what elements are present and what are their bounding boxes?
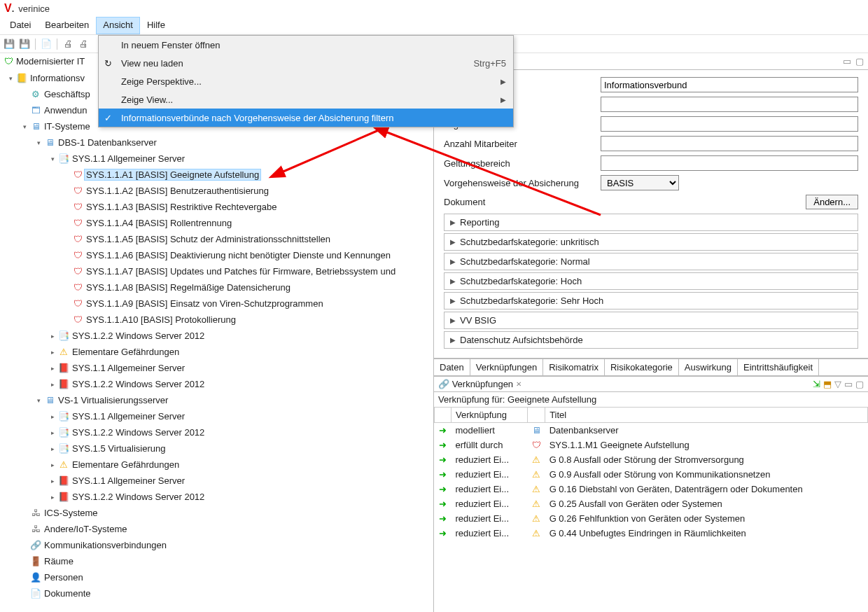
tree-row[interactable]: ▸📕SYS.1.1 Allgemeiner Server <box>1 360 433 376</box>
save-icon[interactable]: 💾 <box>3 38 15 50</box>
bottom-tab[interactable]: Auswirkung <box>679 359 738 375</box>
accordion-header[interactable]: ▶Schutzbedarfskategorie: Sehr Hoch <box>444 292 858 310</box>
maximize-icon[interactable]: ▢ <box>855 56 864 67</box>
menu-ansicht[interactable]: Ansicht <box>96 17 140 34</box>
tree-row[interactable]: ▸⚠Elementare Gefährdungen <box>1 457 433 473</box>
link-row[interactable]: ➜modelliert🖥Datenbankserver <box>435 423 868 438</box>
tree[interactable]: ▾📒Informationsv⚙Geschäftsp🗔Anwendun▾🖥IT-… <box>0 69 433 612</box>
accordion-header[interactable]: ▶Schutzbedarfskategorie: unkritisch <box>444 233 858 251</box>
tree-twisty[interactable]: ▸ <box>48 413 57 420</box>
link-row[interactable]: ➜erfüllt durch🛡SYS.1.1.M1 Geeignete Aufs… <box>435 438 868 452</box>
tree-twisty[interactable]: ▸ <box>48 365 57 372</box>
tree-twisty[interactable]: ▸ <box>48 349 57 356</box>
tree-twisty[interactable]: ▾ <box>34 139 43 146</box>
tree-row[interactable]: ▸⚠Elementare Gefährdungen <box>1 344 433 360</box>
bottom-tab[interactable]: Daten <box>434 359 470 375</box>
tree-twisty[interactable]: ▾ <box>48 155 57 162</box>
tree-twisty[interactable]: ▸ <box>48 478 57 485</box>
menu-hilfe[interactable]: Hilfe <box>140 17 172 34</box>
aendern-button[interactable]: Ändern... <box>806 195 858 209</box>
ansicht-menu[interactable]: In neuem Fenster öffnen↻View neu ladenSt… <box>98 35 514 127</box>
tree-twisty[interactable]: ▾ <box>6 75 15 82</box>
tree-twisty[interactable]: ▸ <box>48 429 57 436</box>
bottom-tab[interactable]: Risikomatrix <box>543 359 605 375</box>
accordion-header[interactable]: ▶VV BSIG <box>444 312 858 329</box>
tree-twisty[interactable]: ▾ <box>34 397 43 404</box>
menu-bearbeiten[interactable]: Bearbeiten <box>38 17 96 34</box>
tree-row[interactable]: 🛡SYS.1.1.A7 [BASIS] Updates und Patches … <box>1 263 433 279</box>
tree-row[interactable]: 🛡SYS.1.1.A2 [BASIS] Benutzerauthentisier… <box>1 183 433 199</box>
print2-icon[interactable]: 🖨 <box>77 38 90 50</box>
geltung-input[interactable] <box>601 155 858 171</box>
tree-twisty[interactable]: ▸ <box>48 461 57 468</box>
save-all-icon[interactable]: 💾 <box>18 38 31 50</box>
link-col-header[interactable] <box>528 408 545 423</box>
titel-input[interactable] <box>601 77 858 92</box>
tree-row[interactable]: 🛡SYS.1.1.A1 [BASIS] Geeignete Aufstellun… <box>1 167 433 183</box>
tree-twisty[interactable]: ▸ <box>48 445 57 452</box>
menu-item[interactable]: ↻View neu ladenStrg+F5 <box>99 54 513 72</box>
tree-row[interactable]: 📄Dokumente <box>1 585 433 601</box>
bottom-tab[interactable]: Verknüpfungen <box>470 359 543 375</box>
tree-row[interactable]: 🖧Andere/IoT-Systeme <box>1 521 433 537</box>
tags-input[interactable] <box>601 116 858 132</box>
doc-icon[interactable]: 📄 <box>40 38 52 50</box>
tree-row[interactable]: 👤Personen <box>1 569 433 585</box>
tree-row[interactable]: 🚪Räume <box>1 553 433 569</box>
bottom-tab[interactable]: Risikokategorie <box>605 359 679 375</box>
link-row[interactable]: ➜reduziert Ei...⚠G 0.9 Ausfall oder Stör… <box>435 467 868 482</box>
tree-row[interactable]: 🛡SYS.1.1.A8 [BASIS] Regelmäßige Datensic… <box>1 279 433 295</box>
tree-row[interactable]: ▸📑SYS.1.5 Virtualisierung <box>1 440 433 457</box>
tree-row[interactable]: ▾🖥DBS-1 Datenbankserver <box>1 134 433 151</box>
expand-icon[interactable]: ⇲ <box>813 379 820 389</box>
link-col-header[interactable]: Titel <box>545 408 868 423</box>
close-icon[interactable]: ✕ <box>516 380 522 388</box>
minimize-icon[interactable]: ▭ <box>843 56 851 67</box>
menu-item[interactable]: Zeige Perspektive...▶ <box>99 72 513 90</box>
tree-row[interactable]: ▸📑SYS.1.2.2 Windows Server 2012 <box>1 328 433 344</box>
tree-row[interactable]: 🛡SYS.1.1.A4 [BASIS] Rollentrennung <box>1 215 433 231</box>
link-row[interactable]: ➜reduziert Ei...⚠G 0.44 Unbefugtes Eindr… <box>435 526 868 541</box>
tree-row[interactable]: 🛡SYS.1.1.A3 [BASIS] Restriktive Rechteve… <box>1 199 433 215</box>
abk-input[interactable] <box>601 97 858 112</box>
link-row[interactable]: ➜reduziert Ei...⚠G 0.16 Diebstahl von Ge… <box>435 482 868 496</box>
link-row[interactable]: ➜reduziert Ei...⚠G 0.25 Ausfall von Gerä… <box>435 496 868 511</box>
menu-item[interactable]: In neuem Fenster öffnen <box>99 36 513 54</box>
tree-row[interactable]: ▾🖥VS-1 Virtualisierungsserver <box>1 392 433 408</box>
menu-item[interactable]: Zeige View...▶ <box>99 90 513 109</box>
mitarbeiter-input[interactable] <box>601 136 858 151</box>
tree-row[interactable]: ▾📑SYS.1.1 Allgemeiner Server <box>1 151 433 167</box>
tree-row[interactable]: 🛡SYS.1.1.A6 [BASIS] Deaktivierung nicht … <box>1 247 433 263</box>
tree-twisty[interactable]: ▾ <box>20 123 29 130</box>
tree-row[interactable]: 🖧ICS-Systeme <box>1 505 433 521</box>
link-row[interactable]: ➜reduziert Ei...⚠G 0.8 Ausfall oder Stör… <box>435 452 868 467</box>
tree-row[interactable]: ▸📑SYS.1.2.2 Windows Server 2012 <box>1 424 433 440</box>
menu-item[interactable]: ✓Informationsverbünde nach Vorgehensweis… <box>99 109 513 127</box>
min-icon[interactable]: ▭ <box>844 379 853 389</box>
tree-row[interactable]: ▸📕SYS.1.1 Allgemeiner Server <box>1 473 433 489</box>
tree-row[interactable]: ▸📑SYS.1.1 Allgemeiner Server <box>1 408 433 424</box>
tree-row[interactable]: 🛡SYS.1.1.A9 [BASIS] Einsatz von Viren-Sc… <box>1 295 433 312</box>
link-table[interactable]: VerknüpfungTitel➜modelliert🖥Datenbankser… <box>434 407 868 612</box>
menu-icon[interactable]: ▽ <box>834 379 841 389</box>
tree-twisty[interactable]: ▸ <box>48 333 57 340</box>
link-col-header[interactable] <box>435 408 451 423</box>
tree-row[interactable]: 🛡SYS.1.1.A10 [BASIS] Protokollierung <box>1 312 433 328</box>
vorgehen-select[interactable]: BASIS <box>601 175 679 190</box>
link-tool-icon[interactable]: ⬒ <box>823 379 832 389</box>
link-col-header[interactable]: Verknüpfung <box>451 408 528 423</box>
max-icon[interactable]: ▢ <box>855 379 864 389</box>
tree-row[interactable]: ▸📕SYS.1.2.2 Windows Server 2012 <box>1 489 433 505</box>
accordion-header[interactable]: ▶Schutzbedarfskategorie: Hoch <box>444 272 858 290</box>
tree-row[interactable]: 🔗Kommunikationsverbindungen <box>1 537 433 553</box>
menu-datei[interactable]: Datei <box>3 17 38 34</box>
bottom-tab[interactable]: Eintrittshäufigkeit <box>738 359 819 375</box>
print-icon[interactable]: 🖨 <box>62 38 74 50</box>
accordion-header[interactable]: ▶Schutzbedarfskategorie: Normal <box>444 253 858 270</box>
tree-row[interactable]: ▸📕SYS.1.2.2 Windows Server 2012 <box>1 376 433 392</box>
accordion-header[interactable]: ▶Reporting <box>444 214 858 231</box>
link-row[interactable]: ➜reduziert Ei...⚠G 0.26 Fehlfunktion von… <box>435 511 868 526</box>
accordion-header[interactable]: ▶Datenschutz Aufsichtsbehörde <box>444 331 858 349</box>
tree-twisty[interactable]: ▸ <box>48 381 57 388</box>
tree-twisty[interactable]: ▸ <box>48 494 57 501</box>
